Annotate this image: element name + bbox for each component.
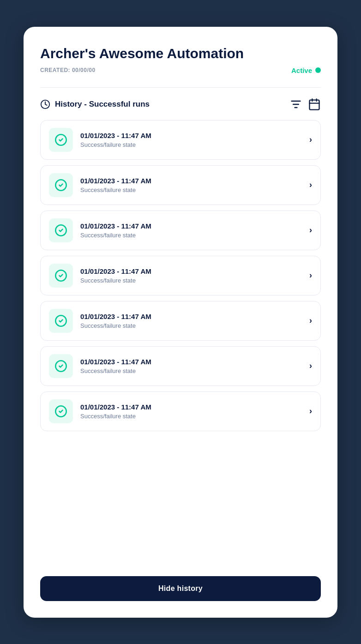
check-circle-icon (54, 405, 67, 418)
run-item[interactable]: 01/01/2023 - 11:47 AM Success/failure st… (40, 346, 321, 386)
run-left: 01/01/2023 - 11:47 AM Success/failure st… (49, 264, 151, 288)
check-icon-wrap (49, 264, 73, 288)
check-icon-wrap (49, 399, 73, 423)
run-left: 01/01/2023 - 11:47 AM Success/failure st… (49, 399, 151, 423)
check-icon-wrap (49, 354, 73, 378)
chevron-right-icon: › (309, 135, 312, 144)
run-state: Success/failure state (80, 232, 151, 239)
run-info: 01/01/2023 - 11:47 AM Success/failure st… (80, 222, 151, 239)
chevron-right-icon: › (309, 361, 312, 371)
run-timestamp: 01/01/2023 - 11:47 AM (80, 177, 151, 185)
chevron-right-icon: › (309, 406, 312, 416)
check-icon-wrap (49, 173, 73, 197)
divider (40, 87, 321, 88)
check-circle-icon (54, 133, 67, 146)
check-circle-icon (54, 269, 67, 282)
calendar-icon[interactable] (308, 98, 321, 111)
meta-row: CREATED: 00/00/00 Active (40, 66, 321, 74)
section-title-group: History - Successful runs (40, 99, 150, 109)
run-item[interactable]: 01/01/2023 - 11:47 AM Success/failure st… (40, 391, 321, 431)
section-header: History - Successful runs (40, 98, 321, 111)
run-info: 01/01/2023 - 11:47 AM Success/failure st… (80, 358, 151, 374)
run-state: Success/failure state (80, 367, 151, 374)
phone-container: Archer's Awesome Automation CREATED: 00/… (0, 0, 361, 644)
run-timestamp: 01/01/2023 - 11:47 AM (80, 313, 151, 320)
run-left: 01/01/2023 - 11:47 AM Success/failure st… (49, 309, 151, 333)
chevron-right-icon: › (309, 271, 312, 280)
run-timestamp: 01/01/2023 - 11:47 AM (80, 267, 151, 275)
created-label: CREATED: 00/00/00 (40, 67, 96, 73)
card: Archer's Awesome Automation CREATED: 00/… (24, 27, 337, 618)
page-title: Archer's Awesome Automation (40, 45, 321, 62)
run-info: 01/01/2023 - 11:47 AM Success/failure st… (80, 403, 151, 420)
run-state: Success/failure state (80, 413, 151, 420)
run-info: 01/01/2023 - 11:47 AM Success/failure st… (80, 267, 151, 284)
status-dot (315, 67, 321, 73)
run-item[interactable]: 01/01/2023 - 11:47 AM Success/failure st… (40, 301, 321, 341)
check-circle-icon (54, 314, 67, 327)
run-timestamp: 01/01/2023 - 11:47 AM (80, 358, 151, 366)
run-state: Success/failure state (80, 322, 151, 329)
run-info: 01/01/2023 - 11:47 AM Success/failure st… (80, 132, 151, 148)
run-item[interactable]: 01/01/2023 - 11:47 AM Success/failure st… (40, 120, 321, 160)
chevron-right-icon: › (309, 180, 312, 190)
section-title-text: History - Successful runs (55, 100, 150, 109)
check-circle-icon (54, 360, 67, 373)
run-item[interactable]: 01/01/2023 - 11:47 AM Success/failure st… (40, 256, 321, 295)
clock-icon (40, 99, 50, 109)
check-circle-icon (54, 224, 67, 237)
check-icon-wrap (49, 128, 73, 152)
run-info: 01/01/2023 - 11:47 AM Success/failure st… (80, 313, 151, 329)
header-actions (289, 98, 321, 111)
run-state: Success/failure state (80, 187, 151, 193)
check-icon-wrap (49, 309, 73, 333)
run-state: Success/failure state (80, 141, 151, 148)
run-timestamp: 01/01/2023 - 11:47 AM (80, 132, 151, 139)
status-badge: Active (291, 66, 321, 74)
run-left: 01/01/2023 - 11:47 AM Success/failure st… (49, 128, 151, 152)
status-text: Active (291, 66, 312, 74)
chevron-right-icon: › (309, 316, 312, 325)
run-timestamp: 01/01/2023 - 11:47 AM (80, 403, 151, 411)
check-icon-wrap (49, 218, 73, 242)
hide-history-button[interactable]: Hide history (40, 576, 321, 601)
runs-list: 01/01/2023 - 11:47 AM Success/failure st… (40, 120, 321, 565)
run-timestamp: 01/01/2023 - 11:47 AM (80, 222, 151, 230)
svg-rect-4 (310, 100, 319, 109)
chevron-right-icon: › (309, 225, 312, 235)
run-info: 01/01/2023 - 11:47 AM Success/failure st… (80, 177, 151, 193)
run-left: 01/01/2023 - 11:47 AM Success/failure st… (49, 354, 151, 378)
check-circle-icon (54, 179, 67, 192)
run-left: 01/01/2023 - 11:47 AM Success/failure st… (49, 173, 151, 197)
run-state: Success/failure state (80, 277, 151, 284)
run-left: 01/01/2023 - 11:47 AM Success/failure st… (49, 218, 151, 242)
run-item[interactable]: 01/01/2023 - 11:47 AM Success/failure st… (40, 165, 321, 205)
filter-icon[interactable] (289, 98, 302, 111)
run-item[interactable]: 01/01/2023 - 11:47 AM Success/failure st… (40, 211, 321, 250)
